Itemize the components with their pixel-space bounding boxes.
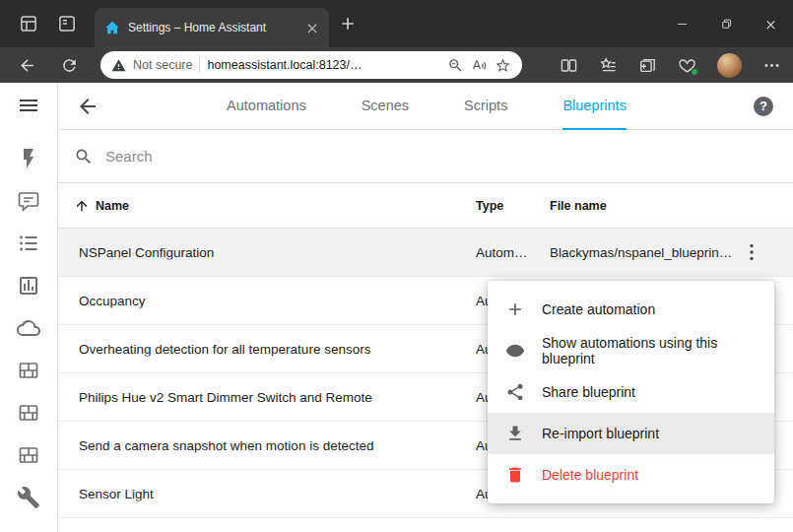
browser-menu-icon[interactable] <box>762 56 781 75</box>
ha-sidebar <box>0 83 58 532</box>
chat-icon[interactable] <box>17 189 40 213</box>
favorite-star-icon[interactable] <box>495 57 511 74</box>
list-icon[interactable] <box>17 232 40 255</box>
status-dot <box>691 68 698 76</box>
browser-toolbar: Not secure homeassistant.local:8123/… <box>0 47 793 83</box>
ha-back-button[interactable] <box>76 95 99 118</box>
menu-item-reimport-blueprint[interactable]: Re-import blueprint <box>488 413 774 454</box>
row-file: Blackymas/nspanel_blueprin… <box>550 245 732 260</box>
profile-avatar[interactable] <box>717 53 742 78</box>
row-name: Send a camera snapshot when motion is de… <box>79 438 373 453</box>
lightning-icon[interactable] <box>17 147 40 170</box>
zoom-out-icon[interactable] <box>447 57 464 74</box>
table-row[interactable]: Set entities based on other entities new… <box>58 518 793 532</box>
close-window-button[interactable] <box>749 0 793 47</box>
table-row[interactable]: NSPanel Configuration Autom… Blackymas/n… <box>58 229 793 277</box>
ha-tab-bar: Automations Scenes Scripts Blueprints <box>99 83 754 130</box>
toolbar-right <box>560 53 781 78</box>
tab-scenes[interactable]: Scenes <box>362 83 409 130</box>
url-text[interactable]: homeassistant.local:8123/… <box>207 58 440 72</box>
workspaces-icon[interactable] <box>19 14 38 33</box>
column-header-file[interactable]: File name <box>550 199 607 213</box>
brick-icon[interactable] <box>17 359 40 382</box>
help-button[interactable]: ? <box>754 97 773 116</box>
menu-item-create-automation[interactable]: Create automation <box>488 289 774 330</box>
ha-header: Automations Scenes Scripts Blueprints ? <box>58 83 793 130</box>
tab-actions-icon[interactable] <box>57 14 77 33</box>
menu-item-label: Delete blueprint <box>542 467 638 483</box>
window-controls <box>660 0 793 47</box>
row-name: Overheating detection for all temperatur… <box>79 342 370 357</box>
download-icon <box>505 424 525 443</box>
split-screen-icon[interactable] <box>560 56 578 75</box>
tab-blueprints[interactable]: Blueprints <box>562 83 626 130</box>
favorites-icon[interactable] <box>599 56 618 75</box>
address-bar[interactable]: Not secure homeassistant.local:8123/… <box>100 51 522 79</box>
cloud-icon[interactable] <box>17 316 40 340</box>
tab-automations[interactable]: Automations <box>227 83 306 130</box>
tab-title: Settings – Home Assistant <box>128 21 297 34</box>
row-name: Occupancy <box>79 294 146 308</box>
browser-titlebar: Settings – Home Assistant <box>0 0 793 47</box>
column-label: Name <box>96 199 129 213</box>
plus-icon <box>505 299 525 319</box>
read-aloud-icon[interactable] <box>471 57 488 74</box>
divider <box>199 57 200 73</box>
browser-back-button[interactable] <box>18 56 36 75</box>
search-input[interactable] <box>105 148 519 165</box>
sort-ascending-icon <box>74 198 90 214</box>
column-header-name[interactable]: Name <box>74 198 129 214</box>
brick-icon[interactable] <box>17 443 40 467</box>
browser-essentials-icon[interactable] <box>678 56 696 75</box>
delete-icon <box>505 465 525 485</box>
brick-icon[interactable] <box>17 401 40 425</box>
security-label[interactable]: Not secure <box>133 58 192 72</box>
refresh-button[interactable] <box>60 56 79 75</box>
column-header-type[interactable]: Type <box>476 199 503 213</box>
row-name: NSPanel Configuration <box>79 245 214 260</box>
menu-item-label: Share blueprint <box>542 384 635 400</box>
new-tab-button[interactable] <box>338 14 358 33</box>
search-row <box>58 130 793 183</box>
tab-scripts[interactable]: Scripts <box>464 83 507 130</box>
menu-item-share-blueprint[interactable]: Share blueprint <box>488 371 774 413</box>
menu-button[interactable] <box>17 94 40 117</box>
row-overflow-icon[interactable] <box>740 240 763 264</box>
wrench-icon[interactable] <box>17 486 40 509</box>
eye-icon <box>505 341 525 361</box>
minimize-button[interactable] <box>660 0 704 47</box>
menu-item-delete-blueprint[interactable]: Delete blueprint <box>488 454 774 496</box>
menu-item-label: Create automation <box>542 301 655 317</box>
row-name: Sensor Light <box>79 487 154 501</box>
tab-close-icon[interactable] <box>305 21 319 34</box>
share-icon <box>505 382 525 402</box>
warning-icon <box>111 58 126 73</box>
table-header: Name Type File name <box>58 183 793 229</box>
row-type: Autom… <box>476 245 528 260</box>
maximize-button[interactable] <box>704 0 749 47</box>
menu-item-label: Re-import blueprint <box>542 426 659 441</box>
blueprint-context-menu: Create automation Show automations using… <box>488 281 774 503</box>
collections-icon[interactable] <box>638 56 657 75</box>
browser-tab[interactable]: Settings – Home Assistant <box>95 8 329 47</box>
chart-icon[interactable] <box>17 274 40 298</box>
menu-item-show-automations[interactable]: Show automations using this blueprint <box>488 330 774 371</box>
menu-item-label: Show automations using this blueprint <box>542 335 757 366</box>
row-name: Philips Hue v2 Smart Dimmer Switch and R… <box>79 390 372 405</box>
home-assistant-logo-icon <box>104 20 120 35</box>
search-icon <box>74 147 94 166</box>
